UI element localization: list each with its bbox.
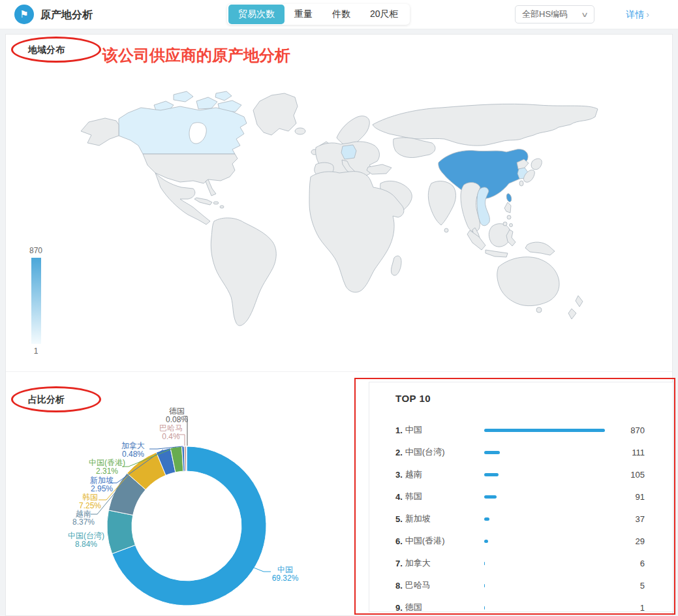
- top10-row-5: 5.新加坡37: [395, 508, 645, 530]
- pie-label-2: 越南8.37%: [72, 509, 95, 527]
- country-japan-south: [519, 181, 523, 186]
- row-country: 德国: [405, 602, 422, 612]
- row-country: 中国(台湾): [405, 446, 445, 458]
- pie-label-1: 中国(台湾)8.84%: [68, 531, 104, 549]
- pie-label-4: 新加坡2.95%: [90, 476, 114, 493]
- island-cuba: [194, 198, 212, 205]
- country-canada: [119, 106, 247, 154]
- top10-row-8: 8.巴哈马5: [395, 574, 645, 596]
- row-bar: [484, 540, 488, 543]
- pie-label-5: 中国(香港)2.31%: [89, 458, 125, 476]
- row-country: 韩国: [405, 491, 422, 502]
- row-rank: 2.: [395, 448, 403, 457]
- top10-row-2: 2.中国(台湾)111: [395, 441, 645, 463]
- row-rank: 6.: [395, 536, 403, 546]
- row-bar: [484, 451, 500, 454]
- tab-weight[interactable]: 重量: [285, 5, 322, 24]
- map-color-scale: 870 1: [23, 246, 49, 356]
- row-value: 29: [606, 536, 645, 546]
- row-value: 6: [606, 559, 645, 568]
- row-rank: 5.: [395, 514, 403, 524]
- scale-gradient-bar: [31, 258, 41, 344]
- island-philippines-1: [507, 215, 511, 219]
- country-usa: [143, 154, 238, 183]
- top10-row-4: 4.韩国91: [395, 485, 645, 508]
- top10-title: TOP 10: [395, 393, 431, 404]
- row-rank: 7.: [395, 559, 403, 568]
- detail-link[interactable]: 详情›: [626, 9, 649, 21]
- scale-max-label: 870: [23, 246, 49, 255]
- chevron-right-icon: ›: [646, 9, 649, 20]
- pie-label-7: 巴哈马0.4%: [159, 424, 183, 441]
- island-hispaniola: [213, 202, 219, 204]
- pie-label-0: 中国69.32%: [272, 565, 299, 583]
- country-taiwan: [506, 193, 512, 202]
- row-value: 37: [606, 514, 645, 524]
- region-badge-wrap: 地域分布: [28, 44, 65, 56]
- row-rank: 3.: [395, 470, 403, 480]
- row-country: 加拿大: [405, 557, 431, 569]
- tab-trade-count[interactable]: 贸易次数: [228, 5, 285, 24]
- row-bar: [484, 562, 485, 565]
- row-country: 越南: [405, 469, 422, 480]
- country-iceland: [295, 128, 305, 134]
- row-country: 巴哈马: [405, 579, 431, 591]
- flag-icon: ⚑: [14, 5, 34, 24]
- red-rectangle-annotation: TOP 10 1.中国8702.中国(台湾)1113.越南1054.韩国915.…: [354, 378, 675, 615]
- island-puerto-rico: [220, 206, 224, 208]
- island-philippines-luzon: [504, 202, 511, 213]
- country-sri-lanka: [444, 228, 448, 232]
- country-new-zealand-south: [568, 309, 576, 319]
- country-new-zealand-north: [576, 296, 583, 307]
- country-australia: [497, 257, 559, 306]
- origin-donut-chart[interactable]: 中国69.32%中国(台湾)8.84%越南8.37%韩国7.25%新加坡2.95…: [1, 376, 353, 616]
- hs-code-select[interactable]: 全部HS编码 ∨: [515, 5, 594, 23]
- pie-label-8: 德国0.08%: [166, 407, 188, 424]
- country-madagascar: [391, 256, 401, 275]
- row-value: 5: [606, 581, 645, 591]
- row-bar: [484, 495, 497, 499]
- row-country: 中国: [405, 424, 422, 436]
- top10-row-1: 1.中国870: [395, 419, 645, 441]
- row-value: 111: [606, 448, 645, 457]
- top10-card: TOP 10 1.中国8702.中国(台湾)1113.越南1054.韩国915.…: [369, 382, 673, 612]
- tab-teu[interactable]: 20尺柜: [360, 5, 408, 24]
- tab-pieces[interactable]: 件数: [322, 5, 360, 24]
- country-usa-alaska: [81, 118, 119, 146]
- row-rank: 4.: [395, 492, 403, 502]
- country-india: [428, 181, 455, 225]
- row-bar: [484, 584, 485, 587]
- row-country: 新加坡: [405, 513, 431, 525]
- hs-select-value: 全部HS编码: [522, 8, 568, 20]
- row-bar: [484, 429, 605, 432]
- island-tasmania: [536, 307, 542, 313]
- row-value: 91: [606, 492, 645, 502]
- page: ⚑ 原产地分析 贸易次数重量件数20尺柜 全部HS编码 ∨ 详情› 地域分布 该…: [0, 0, 678, 616]
- country-greenland: [253, 93, 298, 135]
- top10-row-7: 7.加拿大6: [395, 552, 645, 574]
- row-country: 中国(香港): [405, 535, 445, 547]
- country-germany: [341, 145, 356, 159]
- row-bar: [484, 517, 489, 521]
- country-turkey: [367, 164, 392, 174]
- chevron-down-icon: ∨: [581, 10, 589, 19]
- top10-list: 1.中国8702.中国(台湾)1113.越南1054.韩国915.新加坡376.…: [395, 419, 645, 612]
- app-header: ⚑ 原产地分析 贸易次数重量件数20尺柜 全部HS编码 ∨ 详情›: [0, 0, 678, 29]
- row-value: 105: [606, 470, 645, 480]
- usa-florida: [206, 179, 216, 196]
- scale-min-label: 1: [23, 346, 49, 356]
- world-map[interactable]: [76, 85, 611, 363]
- section-badge-pie: 占比分析: [28, 394, 65, 405]
- continent-south-america: [211, 218, 276, 326]
- island-new-guinea: [525, 242, 555, 255]
- pie-slice-8[interactable]: [186, 446, 187, 471]
- top10-row-9: 9.德国1: [395, 596, 645, 612]
- metric-tabs: 贸易次数重量件数20尺柜: [227, 4, 410, 25]
- red-text-annotation: 该公司供应商的原产地分析: [102, 45, 290, 66]
- row-rank: 1.: [395, 425, 403, 435]
- pie-label-3: 韩国7.25%: [79, 493, 101, 510]
- row-value: 1: [606, 603, 645, 613]
- island-philippines-2: [503, 222, 507, 226]
- row-rank: 8.: [395, 581, 403, 591]
- country-japan-north: [531, 159, 542, 170]
